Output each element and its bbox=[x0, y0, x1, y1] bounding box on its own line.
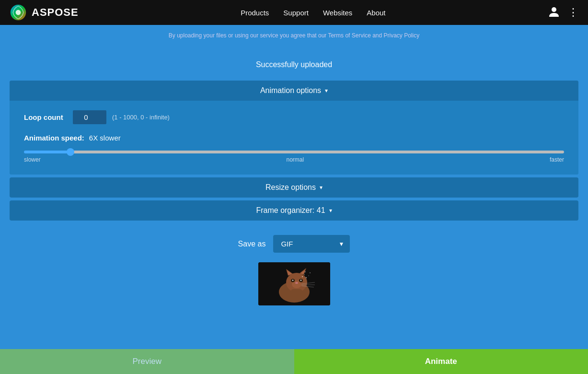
animation-options-body: Loop count (1 - 1000, 0 - infinite) Anim… bbox=[10, 101, 578, 175]
nav-websites[interactable]: Websites bbox=[323, 9, 352, 17]
resize-options-label: Resize options bbox=[265, 183, 316, 192]
frame-organizer-header[interactable]: Frame organizer: 41 ▾ bbox=[10, 200, 578, 221]
svg-point-20 bbox=[302, 276, 303, 277]
save-as-select-wrapper: GIF PNG APNG WEBP TIF PDF SVG bbox=[273, 235, 350, 253]
upload-success: Successfully uploaded bbox=[10, 60, 578, 69]
nav-about[interactable]: About bbox=[367, 9, 385, 17]
aspose-logo-icon bbox=[10, 4, 27, 21]
navbar-right: ⋮ bbox=[548, 5, 578, 20]
animation-options-header[interactable]: Animation options ▾ bbox=[10, 81, 578, 101]
loop-count-input[interactable] bbox=[73, 110, 106, 124]
svg-point-15 bbox=[292, 280, 293, 281]
account-icon[interactable] bbox=[548, 5, 560, 20]
slider-labels: slower normal faster bbox=[24, 156, 564, 163]
main-content: Successfully uploaded Animation options … bbox=[0, 46, 588, 358]
nav-products[interactable]: Products bbox=[241, 9, 269, 17]
animation-options-arrow: ▾ bbox=[325, 87, 328, 94]
svg-point-25 bbox=[309, 272, 310, 273]
frame-organizer-panel: Frame organizer: 41 ▾ bbox=[10, 200, 578, 221]
resize-options-header[interactable]: Resize options ▾ bbox=[10, 177, 578, 198]
loop-count-row: Loop count (1 - 1000, 0 - infinite) bbox=[24, 110, 564, 124]
logo-text: ASPOSE bbox=[32, 6, 79, 19]
loop-count-hint: (1 - 1000, 0 - infinite) bbox=[112, 114, 170, 121]
animation-speed-label: Animation speed: bbox=[24, 134, 84, 142]
navbar-left: ASPOSE bbox=[10, 4, 79, 21]
image-preview bbox=[258, 262, 330, 305]
svg-point-22 bbox=[305, 277, 306, 278]
svg-point-24 bbox=[305, 271, 306, 272]
svg-rect-26 bbox=[291, 289, 302, 296]
preview-button[interactable]: Preview bbox=[0, 349, 294, 374]
svg-point-23 bbox=[308, 275, 309, 276]
disclaimer-bar: By uploading your files or using our ser… bbox=[0, 25, 588, 46]
animation-speed-value: 6X slower bbox=[89, 134, 121, 142]
loop-count-label: Loop count bbox=[24, 113, 67, 121]
animation-speed-slider[interactable] bbox=[24, 151, 564, 153]
animation-options-panel: Animation options ▾ Loop count (1 - 1000… bbox=[10, 81, 578, 175]
bottom-buttons: Preview Animate bbox=[0, 349, 588, 374]
animate-button[interactable]: Animate bbox=[294, 349, 588, 374]
resize-options-arrow: ▾ bbox=[320, 184, 323, 191]
svg-point-21 bbox=[304, 274, 305, 275]
save-as-label: Save as bbox=[238, 240, 266, 248]
navbar: ASPOSE Products Support Websites About ⋮ bbox=[0, 0, 588, 25]
slider-label-normal: normal bbox=[286, 156, 304, 163]
slider-label-slower: slower bbox=[24, 156, 41, 163]
svg-point-16 bbox=[300, 280, 301, 281]
save-as-select[interactable]: GIF PNG APNG WEBP TIF PDF SVG bbox=[273, 235, 350, 253]
svg-point-12 bbox=[295, 282, 298, 284]
resize-options-panel: Resize options ▾ bbox=[10, 177, 578, 198]
image-preview-container bbox=[10, 262, 578, 305]
svg-point-1 bbox=[16, 10, 21, 15]
upload-success-text: Successfully uploaded bbox=[256, 60, 332, 69]
save-as-row: Save as GIF PNG APNG WEBP TIF PDF SVG bbox=[10, 235, 578, 253]
cat-image bbox=[258, 262, 330, 305]
animation-speed-slider-container: slower normal faster bbox=[24, 147, 564, 163]
nav-support[interactable]: Support bbox=[283, 9, 309, 17]
navbar-center: Products Support Websites About bbox=[241, 9, 385, 17]
more-menu-icon[interactable]: ⋮ bbox=[568, 7, 578, 18]
svg-point-2 bbox=[552, 7, 556, 12]
disclaimer-text: By uploading your files or using our ser… bbox=[169, 32, 419, 39]
frame-organizer-arrow: ▾ bbox=[329, 207, 332, 214]
frame-organizer-label: Frame organizer: 41 bbox=[256, 206, 325, 215]
animation-options-label: Animation options bbox=[260, 86, 321, 95]
animation-speed-row: Animation speed: 6X slower bbox=[24, 134, 564, 142]
slider-label-faster: faster bbox=[550, 156, 564, 163]
